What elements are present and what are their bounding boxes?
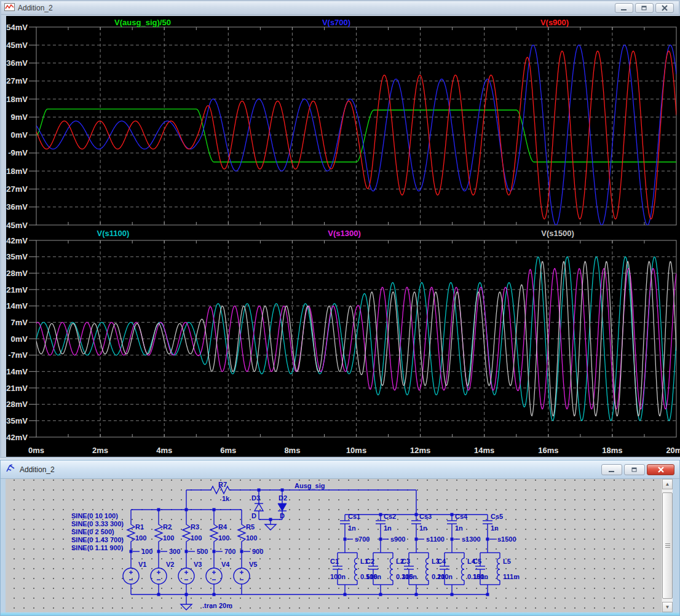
svg-text:Cs3: Cs3: [419, 513, 432, 520]
x-axis-labels: 0ms2ms4ms6ms8ms10ms12ms14ms16ms18ms20ms: [28, 446, 680, 455]
waveform-titlebar[interactable]: Addition_2: [1, 1, 679, 15]
svg-text:100: 100: [191, 534, 202, 542]
svg-text:10ms: 10ms: [346, 446, 366, 455]
schematic-vertical-scrollbar[interactable]: ▲ ▼: [662, 479, 673, 612]
svg-text:300: 300: [169, 548, 180, 555]
svg-text:V5: V5: [249, 561, 257, 568]
svg-text:V3: V3: [194, 561, 202, 568]
window-bottom-edge: [1, 612, 679, 615]
svg-text:-9mV: -9mV: [8, 148, 28, 157]
trace-label-vs700[interactable]: V(s700): [322, 18, 350, 27]
svg-text:SINE(0 2 500): SINE(0 2 500): [71, 528, 114, 535]
svg-text:C1: C1: [330, 558, 339, 565]
close-button[interactable]: [647, 464, 674, 475]
svg-text:36mV: 36mV: [6, 58, 28, 68]
svg-text:100n: 100n: [330, 573, 346, 580]
svg-text:21mV: 21mV: [6, 285, 28, 294]
trace-label-vs1300[interactable]: V(s1300): [328, 229, 360, 238]
svg-text:-27mV: -27mV: [6, 184, 28, 194]
svg-text:14ms: 14ms: [474, 446, 494, 455]
svg-text:2ms: 2ms: [92, 446, 108, 455]
svg-text:SINE(0 1.43 700): SINE(0 1.43 700): [71, 536, 124, 543]
svg-text:D: D: [280, 512, 285, 519]
svg-text:111m: 111m: [503, 573, 520, 580]
svg-text:45mV: 45mV: [6, 41, 28, 50]
svg-text:.tran 20m: .tran 20m: [202, 602, 232, 609]
svg-text:-7mV: -7mV: [8, 350, 28, 360]
svg-text:C4: C4: [437, 558, 446, 565]
svg-text:0mV: 0mV: [11, 130, 28, 140]
svg-text:D: D: [251, 512, 256, 519]
schematic-titlebar[interactable]: Addition_2: [1, 460, 679, 479]
svg-text:Cs2: Cs2: [384, 513, 396, 520]
schematic-drawing[interactable]: R71kAusg_sigD3D2DDSINE(0 10 100)SINE(0 3…: [6, 480, 663, 611]
svg-text:Cs1: Cs1: [348, 513, 360, 520]
svg-text:Cs4: Cs4: [455, 513, 468, 520]
svg-text:900: 900: [252, 548, 263, 555]
svg-text:1n: 1n: [348, 524, 356, 532]
svg-text:1n: 1n: [455, 524, 463, 532]
svg-text:100: 100: [141, 548, 152, 555]
svg-text:C3: C3: [401, 558, 410, 565]
close-button[interactable]: [655, 3, 674, 13]
svg-text:V1: V1: [138, 561, 146, 568]
svg-text:42mV: 42mV: [6, 236, 28, 245]
svg-text:D3: D3: [251, 494, 260, 502]
svg-text:35mV: 35mV: [6, 252, 28, 261]
svg-text:18ms: 18ms: [602, 446, 622, 455]
svg-text:SINE(0 3.33 300): SINE(0 3.33 300): [71, 520, 124, 527]
svg-text:s1300: s1300: [462, 535, 481, 543]
svg-text:R2: R2: [163, 523, 172, 531]
schematic-window: Addition_2 R71kAusg_sigD3D2DDSINE(0 10 1…: [0, 460, 680, 616]
svg-text:SINE(0 10 100): SINE(0 10 100): [71, 512, 118, 519]
svg-text:54mV: 54mV: [6, 23, 28, 32]
svg-text:100n: 100n: [437, 573, 453, 580]
svg-text:s700: s700: [355, 535, 370, 543]
schematic-icon: [6, 464, 15, 475]
minimize-button[interactable]: [615, 3, 633, 13]
scroll-down-button[interactable]: ▼: [662, 602, 673, 612]
waveform-icon: [4, 2, 15, 14]
restore-button[interactable]: [635, 3, 654, 13]
svg-text:s1100: s1100: [426, 535, 445, 543]
svg-text:-42mV: -42mV: [6, 433, 28, 442]
svg-text:14mV: 14mV: [6, 301, 28, 310]
svg-text:6ms: 6ms: [220, 446, 236, 455]
svg-text:-14mV: -14mV: [6, 367, 28, 376]
svg-text:-21mV: -21mV: [6, 384, 28, 393]
svg-text:-45mV: -45mV: [6, 221, 28, 230]
svg-text:7mV: 7mV: [11, 318, 28, 327]
scrollbar-thumb[interactable]: [662, 492, 673, 599]
svg-text:700: 700: [224, 548, 235, 555]
scroll-up-button[interactable]: ▲: [662, 479, 673, 489]
restore-button[interactable]: [624, 464, 645, 475]
trace-label-vs1100[interactable]: V(s1100): [97, 229, 130, 238]
waveform-plot-area[interactable]: 54mV45mV36mV27mV18mV9mV0mV-9mV-18mV-27mV…: [6, 16, 680, 457]
waveform-window-title: Addition_2: [18, 4, 53, 12]
svg-text:0mV: 0mV: [11, 334, 28, 344]
trace-label-vausg_sig50[interactable]: V(ausg_sig)/50: [114, 18, 171, 27]
scrollbar-grip: [665, 543, 670, 548]
schematic-circuit: R71kAusg_sigD3D2DDSINE(0 10 100)SINE(0 3…: [71, 481, 520, 610]
svg-text:SINE(0 1.11 900): SINE(0 1.11 900): [71, 544, 124, 551]
svg-text:s1500: s1500: [497, 535, 516, 543]
svg-text:C2: C2: [366, 558, 374, 565]
schematic-window-title: Addition_2: [20, 465, 55, 474]
svg-text:R4: R4: [218, 523, 227, 531]
svg-text:-28mV: -28mV: [6, 400, 28, 409]
trace-label-vs1500[interactable]: V(s1500): [541, 229, 574, 238]
svg-text:20ms: 20ms: [666, 446, 680, 455]
svg-text:R7: R7: [218, 481, 227, 488]
svg-text:100: 100: [135, 534, 146, 542]
svg-text:18mV: 18mV: [6, 95, 28, 104]
schematic-canvas[interactable]: R71kAusg_sigD3D2DDSINE(0 10 100)SINE(0 3…: [6, 479, 663, 612]
svg-text:16ms: 16ms: [538, 446, 558, 455]
svg-text:-36mV: -36mV: [6, 202, 28, 211]
svg-text:27mV: 27mV: [6, 76, 28, 85]
svg-text:V2: V2: [166, 561, 174, 568]
minimize-button[interactable]: [601, 464, 622, 475]
svg-text:1k: 1k: [222, 495, 230, 502]
svg-text:C5: C5: [473, 558, 481, 565]
svg-text:-18mV: -18mV: [6, 167, 28, 176]
trace-label-vs900[interactable]: V(s900): [540, 18, 569, 27]
